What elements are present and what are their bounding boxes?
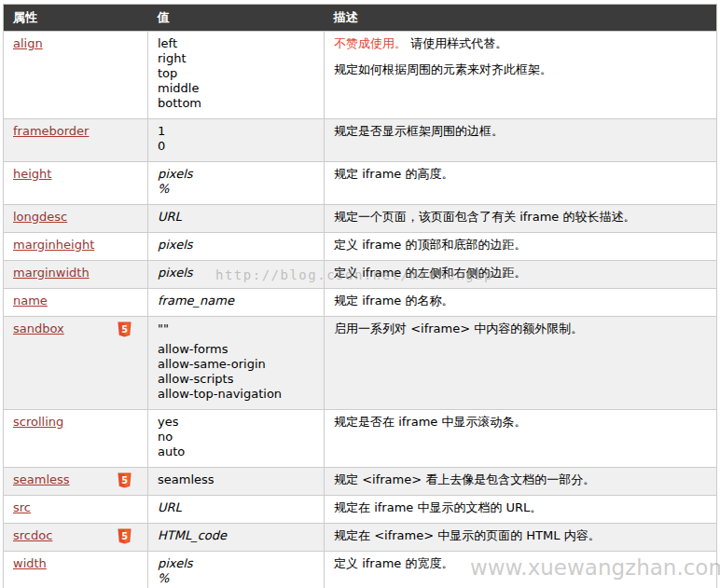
description-cell: 定义 iframe 的宽度。 <box>325 552 717 588</box>
value-cell: URL <box>148 496 325 524</box>
value-line: % <box>158 182 314 197</box>
table-row: sandbox 5 ""allow-formsallow-same-origin… <box>4 317 717 410</box>
attribute-link[interactable]: width <box>13 556 47 570</box>
description-text: 规定在 iframe 中显示的文档的 URL。 <box>334 500 707 515</box>
attribute-link[interactable]: sandbox <box>13 321 64 335</box>
description-text: 规定一个页面，该页面包含了有关 iframe 的较长描述。 <box>334 210 707 225</box>
value-line: no <box>158 430 314 444</box>
table-body: align leftrighttopmiddlebottom 不赞成使用。 请使… <box>4 32 717 588</box>
value-cell: HTML_code <box>148 524 325 552</box>
value-cell: URL <box>148 205 325 233</box>
description-cell: 启用一系列对 <iframe> 中内容的额外限制。 <box>325 317 717 410</box>
value-cell: pixels% <box>148 162 325 205</box>
value-group: pixels% <box>158 167 314 197</box>
attribute-link[interactable]: src <box>13 500 31 514</box>
description-text: 规定是否在 iframe 中显示滚动条。 <box>334 415 707 430</box>
attribute-cell: height <box>4 162 148 205</box>
iframe-attributes-table: 属性 值 描述 align leftrighttopmiddlebottom 不… <box>3 4 717 588</box>
description-cell: 规定 iframe 的高度。 <box>325 162 717 205</box>
attribute-link[interactable]: marginheight <box>13 238 94 252</box>
attribute-link[interactable]: longdesc <box>13 210 67 224</box>
value-cell: yesnoauto <box>148 410 325 468</box>
value-line: allow-same-origin <box>158 357 314 372</box>
value-line: auto <box>158 444 314 459</box>
attribute-cell: srcdoc 5 <box>4 524 148 552</box>
value-line: right <box>158 51 314 66</box>
html5-badge-icon: 5 <box>118 472 132 488</box>
attribute-link[interactable]: seamless <box>13 472 70 486</box>
deprecated-text: 不赞成使用。 <box>334 36 407 50</box>
value-line: HTML_code <box>158 528 314 543</box>
attribute-link[interactable]: srcdoc <box>13 528 52 542</box>
html5-badge-icon: 5 <box>118 321 132 337</box>
value-cell: pixels <box>148 261 325 289</box>
value-line: 0 <box>158 139 314 154</box>
column-header-attribute: 属性 <box>4 5 148 32</box>
value-line: 1 <box>158 124 314 139</box>
description-text: 启用一系列对 <iframe> 中内容的额外限制。 <box>334 321 707 336</box>
description-text: 定义 iframe 的宽度。 <box>334 556 707 571</box>
svg-text:5: 5 <box>121 324 128 335</box>
description-text: 规定 iframe 的高度。 <box>334 167 707 182</box>
svg-text:5: 5 <box>121 531 128 541</box>
description-cell: 规定在 <iframe> 中显示的页面的 HTML 内容。 <box>325 524 717 552</box>
value-line: pixels <box>158 238 314 253</box>
description-cell: 规定 <iframe> 看上去像是包含文档的一部分。 <box>325 468 717 496</box>
html5-badge-icon: 5 <box>118 528 132 544</box>
value-group: pixels <box>158 238 314 253</box>
table-row: width pixels% 定义 iframe 的宽度。 <box>4 552 717 588</box>
attribute-cell: src <box>4 496 148 524</box>
value-line: allow-top-navigation <box>158 387 314 402</box>
description-cell: 规定是否在 iframe 中显示滚动条。 <box>325 410 717 468</box>
value-cell: pixels% <box>148 552 325 588</box>
value-group: yesnoauto <box>158 415 314 459</box>
attribute-link[interactable]: frameborder <box>13 124 89 138</box>
value-group: pixels <box>158 266 314 280</box>
column-header-value: 值 <box>148 5 325 32</box>
value-group: frame_name <box>158 294 314 308</box>
value-line: allow-scripts <box>158 372 314 387</box>
deprecated-note: 不赞成使用。 请使用样式代替。 <box>334 36 707 51</box>
attribute-cell: width <box>4 552 148 588</box>
description-cell: 不赞成使用。 请使用样式代替。规定如何根据周围的元素来对齐此框架。 <box>325 32 717 119</box>
table-row: frameborder 10 规定是否显示框架周围的边框。 <box>4 119 717 162</box>
value-cell: leftrighttopmiddlebottom <box>148 32 325 119</box>
description-text: 规定 <iframe> 看上去像是包含文档的一部分。 <box>334 472 707 487</box>
value-line: "" <box>158 321 314 336</box>
description-text: 规定 iframe 的名称。 <box>334 294 707 308</box>
description-text: 规定在 <iframe> 中显示的页面的 HTML 内容。 <box>334 528 707 543</box>
attribute-link[interactable]: height <box>13 167 51 181</box>
attribute-cell: seamless 5 <box>4 468 148 496</box>
table-row: srcdoc 5 HTML_code 规定在 <iframe> 中显示的页面的 … <box>4 524 717 552</box>
value-group: URL <box>158 500 314 515</box>
value-group: allow-formsallow-same-originallow-script… <box>158 342 314 402</box>
value-line: URL <box>158 210 314 225</box>
description-cell: 定义 iframe 的顶部和底部的边距。 <box>325 233 717 261</box>
attribute-cell: marginheight <box>4 233 148 261</box>
value-line: URL <box>158 500 314 515</box>
value-cell: ""allow-formsallow-same-originallow-scri… <box>148 317 325 410</box>
value-line: allow-forms <box>158 342 314 357</box>
value-cell: 10 <box>148 119 325 162</box>
attribute-link[interactable]: scrolling <box>13 415 63 429</box>
table-row: src URL 规定在 iframe 中显示的文档的 URL。 <box>4 496 717 524</box>
attribute-link[interactable]: name <box>13 294 48 308</box>
table-row: marginheight pixels 定义 iframe 的顶部和底部的边距。 <box>4 233 717 261</box>
table-row: longdesc URL 规定一个页面，该页面包含了有关 iframe 的较长描… <box>4 205 717 233</box>
value-line: left <box>158 36 314 51</box>
attribute-link[interactable]: align <box>13 36 43 50</box>
table-row: align leftrighttopmiddlebottom 不赞成使用。 请使… <box>4 32 717 119</box>
value-line: yes <box>158 415 314 430</box>
attribute-link[interactable]: marginwidth <box>13 266 90 280</box>
value-group: pixels% <box>158 556 314 586</box>
value-group: "" <box>158 321 314 336</box>
svg-text:5: 5 <box>121 475 128 485</box>
description-cell: 规定 iframe 的名称。 <box>325 289 717 317</box>
value-group: seamless <box>158 472 314 487</box>
value-group: leftrighttopmiddlebottom <box>158 36 314 111</box>
value-line: seamless <box>158 472 314 487</box>
description-text: 定义 iframe 的左侧和右侧的边距。 <box>334 266 707 280</box>
table-row: height pixels% 规定 iframe 的高度。 <box>4 162 717 205</box>
attribute-cell: align <box>4 32 148 119</box>
value-line: pixels <box>158 266 314 280</box>
